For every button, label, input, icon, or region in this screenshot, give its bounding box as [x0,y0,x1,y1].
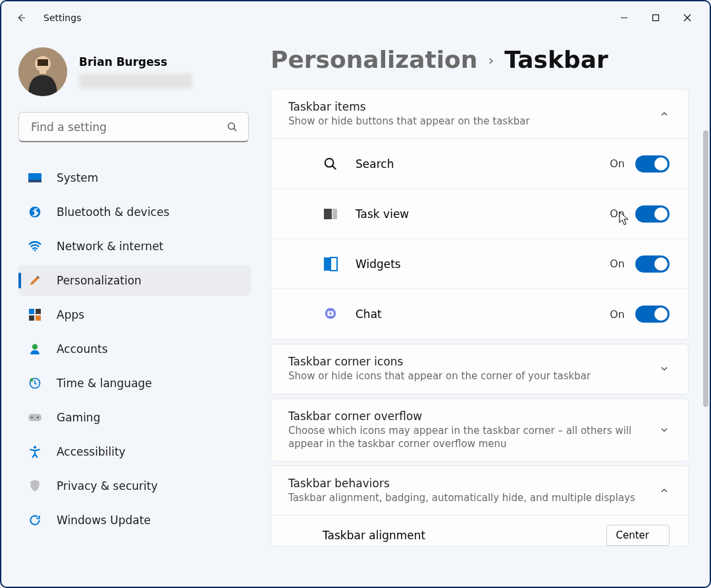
svg-point-18 [32,344,38,350]
clock-icon [28,376,42,390]
minimize-button[interactable] [608,5,640,31]
svg-rect-6 [38,59,48,66]
nav-item-time[interactable]: Time & language [18,368,251,398]
row-chat: Chat On [271,289,688,339]
maximize-icon [652,14,660,22]
wifi-icon [28,239,42,254]
nav-label: Windows Update [57,514,151,527]
system-icon [28,171,42,185]
close-button[interactable] [672,5,703,31]
avatar [18,47,67,96]
nav-item-accessibility[interactable]: Accessibility [18,437,251,467]
nav-item-accounts[interactable]: Accounts [18,334,251,364]
accounts-icon [28,342,42,356]
maximize-button[interactable] [640,5,672,31]
card-subtitle: Show or hide buttons that appear on the … [288,115,643,128]
row-label: Chat [356,307,610,321]
toggle-search[interactable] [635,155,670,173]
nav-item-system[interactable]: System [18,163,251,193]
profile-info: Brian Burgess [79,55,192,88]
card-corner-overflow: Taskbar corner overflow Choose which ico… [271,398,689,462]
shield-icon [28,479,42,493]
dropdown-alignment[interactable]: Center [606,525,670,546]
vertical-scrollbar[interactable] [703,130,708,407]
widgets-icon [323,256,338,272]
search-icon [226,121,238,133]
card-text: Taskbar items Show or hide buttons that … [288,100,659,128]
nav-item-update[interactable]: Windows Update [18,505,251,535]
breadcrumb-parent[interactable]: Personalization [271,46,477,73]
nav-label: Apps [57,308,84,321]
update-icon [28,513,42,527]
nav-item-gaming[interactable]: Gaming [18,402,251,433]
nav-item-privacy[interactable]: Privacy & security [18,471,251,501]
nav-item-network[interactable]: Network & internet [18,231,251,261]
nav-label: Bluetooth & devices [57,205,169,219]
search-input[interactable] [18,112,249,142]
toggle-task-view[interactable] [635,205,670,223]
chevron-down-icon [659,363,670,374]
svg-point-23 [37,417,39,419]
row-label: Search [356,157,610,171]
breadcrumb-current: Taskbar [504,46,608,73]
row-search: Search On [271,139,688,189]
main-layout: Brian Burgess System Bluetooth & devices… [1,34,710,587]
bluetooth-icon [28,205,42,219]
nav-item-personalization[interactable]: Personalization [18,265,251,296]
svg-point-8 [228,123,235,130]
taskbar-items-list: Search On Task view On Widgets [271,138,688,339]
svg-rect-11 [28,180,41,182]
window-controls [608,5,703,31]
chat-icon [323,306,338,322]
card-title: Taskbar behaviors [288,477,643,490]
svg-rect-27 [324,209,332,219]
row-label: Taskbar alignment [323,529,606,542]
profile-name: Brian Burgess [79,55,192,68]
card-header-taskbar-items[interactable]: Taskbar items Show or hide buttons that … [271,90,688,138]
svg-rect-7 [40,67,46,74]
card-text: Taskbar corner overflow Choose which ico… [288,410,659,451]
nav-label: Network & internet [57,240,163,253]
titlebar: Settings [1,1,710,34]
toggle-chat[interactable] [635,306,670,323]
svg-line-26 [332,166,336,169]
nav-label: System [57,171,98,184]
row-widgets: Widgets On [271,239,688,289]
svg-line-9 [234,128,236,131]
toggle-state: On [610,308,625,321]
svg-point-22 [31,417,33,419]
card-header-corner-overflow[interactable]: Taskbar corner overflow Choose which ico… [271,399,688,462]
card-subtitle: Choose which icons may appear in the tas… [288,424,643,451]
search-icon [323,156,338,172]
svg-rect-17 [36,315,41,321]
card-header-behaviors[interactable]: Taskbar behaviors Taskbar alignment, bad… [271,466,688,515]
card-subtitle: Show or hide icons that appear on the co… [288,369,643,383]
chevron-up-icon [659,109,670,119]
card-header-corner-icons[interactable]: Taskbar corner icons Show or hide icons … [271,344,688,393]
dropdown-value: Center [616,529,650,541]
svg-rect-30 [330,257,337,271]
card-text: Taskbar corner icons Show or hide icons … [288,355,659,383]
nav-list: System Bluetooth & devices Network & int… [18,161,251,537]
nav-label: Accounts [57,342,108,356]
row-label: Widgets [356,257,610,271]
row-label: Task view [356,207,610,221]
svg-point-13 [34,250,36,252]
svg-rect-14 [29,309,34,314]
toggle-widgets[interactable] [635,255,670,273]
chevron-up-icon [659,485,670,496]
nav-label: Accessibility [57,445,126,458]
svg-rect-1 [653,15,659,21]
svg-point-20 [30,379,34,382]
nav-item-bluetooth[interactable]: Bluetooth & devices [18,197,251,227]
svg-point-33 [329,313,332,315]
nav-label: Personalization [57,274,142,287]
nav-item-apps[interactable]: Apps [18,300,251,330]
row-taskbar-alignment: Taskbar alignment Center [271,515,688,546]
card-text: Taskbar behaviors Taskbar alignment, bad… [288,477,659,504]
accessibility-icon [28,444,42,459]
back-button[interactable] [8,5,34,31]
svg-rect-21 [28,414,41,421]
profile-section[interactable]: Brian Burgess [18,47,251,96]
breadcrumb: Personalization › Taskbar [268,46,700,73]
